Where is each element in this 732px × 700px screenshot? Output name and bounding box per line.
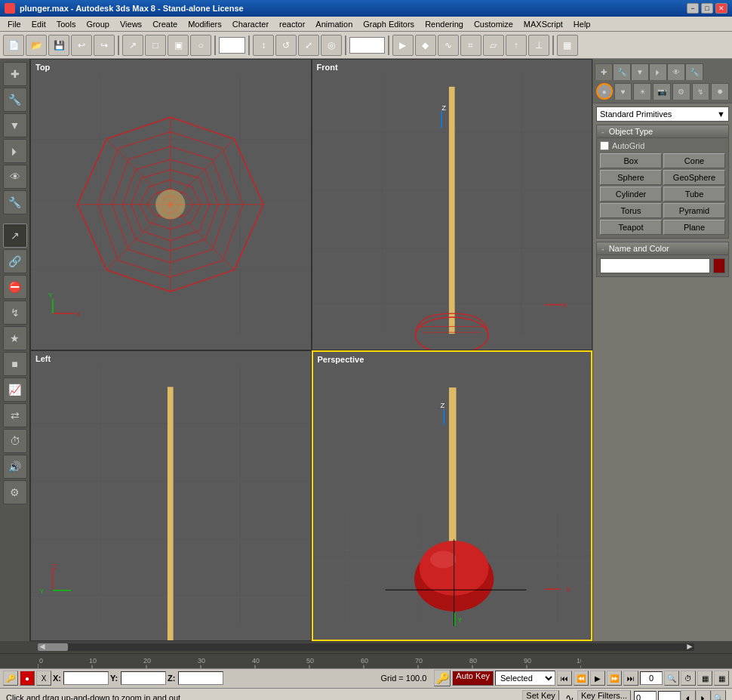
menu-file[interactable]: File: [3, 18, 26, 30]
utility-tool[interactable]: 🔧: [3, 190, 27, 214]
obj-geosphere[interactable]: GeoSphere: [663, 170, 725, 185]
menu-customize[interactable]: Customize: [469, 18, 518, 30]
step-fwd[interactable]: ⏵: [696, 690, 711, 700]
z-input[interactable]: [178, 671, 223, 685]
icon-systems[interactable]: ✹: [711, 83, 729, 100]
key-filters-btn[interactable]: Key Filters...: [577, 690, 631, 700]
frame-range-input[interactable]: [634, 691, 657, 700]
select-button[interactable]: ↗: [122, 35, 143, 56]
prev-frame[interactable]: ⏪: [574, 671, 589, 686]
rotate-button[interactable]: ↺: [275, 35, 297, 56]
select-move[interactable]: ↕: [253, 35, 274, 56]
y-input[interactable]: [121, 671, 166, 685]
name-color-header[interactable]: - Name and Color: [596, 242, 729, 255]
select-object[interactable]: ↗: [3, 224, 27, 248]
set-key-btn[interactable]: Set Key: [522, 690, 559, 700]
go-start[interactable]: ⏮: [557, 671, 572, 686]
obj-plane[interactable]: Plane: [663, 220, 725, 235]
scroll-right[interactable]: ►: [685, 641, 694, 652]
key-icon[interactable]: 🔑: [3, 671, 18, 686]
open-button[interactable]: 📂: [26, 35, 47, 56]
sound-node[interactable]: 🔊: [3, 455, 27, 479]
save-button[interactable]: 💾: [48, 35, 69, 56]
mirror-button[interactable]: ↑: [506, 35, 527, 56]
menu-modifiers[interactable]: Modifiers: [183, 18, 226, 30]
obj-cone[interactable]: Cone: [663, 153, 725, 168]
icon-spacewarps[interactable]: ↯: [692, 83, 710, 100]
window-button[interactable]: ▣: [168, 35, 189, 56]
menu-create[interactable]: Create: [148, 18, 182, 30]
curve-editor[interactable]: ∿: [438, 35, 459, 56]
menu-help[interactable]: Help: [569, 18, 595, 30]
search-btn[interactable]: 🔍: [664, 671, 679, 686]
layer-manager[interactable]: ▦: [557, 35, 578, 56]
color-swatch[interactable]: [713, 258, 725, 273]
minimize-button[interactable]: −: [687, 3, 699, 14]
autogrid-checkbox[interactable]: [600, 141, 609, 150]
reference-coord[interactable]: ◎: [321, 35, 342, 56]
obj-cylinder[interactable]: Cylinder: [600, 187, 662, 202]
icon-helpers[interactable]: ⚙: [672, 83, 690, 100]
viewport-front[interactable]: Front: [312, 59, 593, 350]
menu-rendering[interactable]: Rendering: [420, 18, 468, 30]
next-frame[interactable]: ⏩: [607, 671, 622, 686]
maximize-button[interactable]: □: [701, 3, 713, 14]
bind-warp[interactable]: ↯: [3, 301, 27, 325]
x-input[interactable]: [63, 671, 109, 685]
more-1[interactable]: ▦: [697, 671, 712, 686]
viewport-left[interactable]: Left: [30, 350, 312, 642]
sub-object[interactable]: ■: [3, 352, 27, 376]
close-button[interactable]: ✕: [715, 3, 727, 14]
tab-utility[interactable]: 🔧: [685, 63, 703, 80]
obj-tube[interactable]: Tube: [663, 187, 725, 202]
tab-modify[interactable]: 🔧: [613, 63, 631, 80]
icon-geometry[interactable]: ●: [596, 83, 613, 100]
schematic-view[interactable]: ⌗: [460, 35, 481, 56]
undo-button[interactable]: ↩: [71, 35, 92, 56]
view-dropdown[interactable]: View ▼: [349, 37, 385, 54]
auto-key-btn[interactable]: Auto Key: [452, 671, 494, 686]
zoom-time[interactable]: 🔍: [711, 690, 726, 700]
link-tool[interactable]: 🔗: [3, 249, 27, 273]
viewport-perspective[interactable]: Perspective: [312, 350, 593, 642]
menu-graph-editors[interactable]: Graph Editors: [358, 18, 419, 30]
selected-dropdown[interactable]: Selected: [495, 671, 555, 686]
place-highlight[interactable]: ★: [3, 326, 27, 350]
more-2[interactable]: ▦: [714, 671, 729, 686]
obj-pyramid[interactable]: Pyramid: [663, 203, 725, 218]
tab-display[interactable]: 👁: [667, 63, 685, 80]
scale-button[interactable]: ⤢: [298, 35, 319, 56]
helpers-tool[interactable]: ⚙: [3, 480, 27, 504]
time-config[interactable]: ⏱: [681, 671, 696, 686]
named-selection[interactable]: ▱: [483, 35, 504, 56]
crossing-button[interactable]: ○: [190, 35, 211, 56]
obj-box[interactable]: Box: [600, 153, 662, 168]
new-button[interactable]: 📄: [3, 35, 24, 56]
object-type-header[interactable]: - Object Type: [596, 125, 729, 138]
menu-views[interactable]: Views: [115, 18, 146, 30]
modify-tool[interactable]: 🔧: [3, 88, 27, 112]
frame-range-end[interactable]: [658, 691, 681, 700]
step-back[interactable]: ⏴: [681, 690, 696, 700]
render-button[interactable]: ▶: [392, 35, 414, 56]
primitives-dropdown[interactable]: Standard Primitives ▼: [596, 106, 729, 122]
unlink-tool[interactable]: ⛔: [3, 275, 27, 299]
menu-animation[interactable]: Animation: [311, 18, 357, 30]
input-x[interactable]: X: [36, 671, 51, 686]
material-button[interactable]: ◆: [415, 35, 436, 56]
obj-teapot[interactable]: Teapot: [600, 220, 662, 235]
display-tool[interactable]: 👁: [3, 165, 27, 189]
icon-shapes[interactable]: ♥: [614, 83, 632, 100]
go-end[interactable]: ⏭: [623, 671, 638, 686]
frame-counter[interactable]: [640, 671, 663, 685]
menu-maxscript[interactable]: MAXScript: [519, 18, 567, 30]
menu-character[interactable]: Character: [228, 18, 273, 30]
menu-group[interactable]: Group: [82, 18, 114, 30]
create-tool[interactable]: ✚: [3, 62, 27, 86]
tab-hierarchy[interactable]: ▼: [631, 63, 649, 80]
menu-reactor[interactable]: reactor: [275, 18, 309, 30]
name-input[interactable]: [600, 258, 710, 273]
select-region-button[interactable]: □: [145, 35, 166, 56]
viewport-top[interactable]: Top: [30, 59, 312, 350]
filter-dropdown[interactable]: All ▼: [219, 37, 245, 54]
